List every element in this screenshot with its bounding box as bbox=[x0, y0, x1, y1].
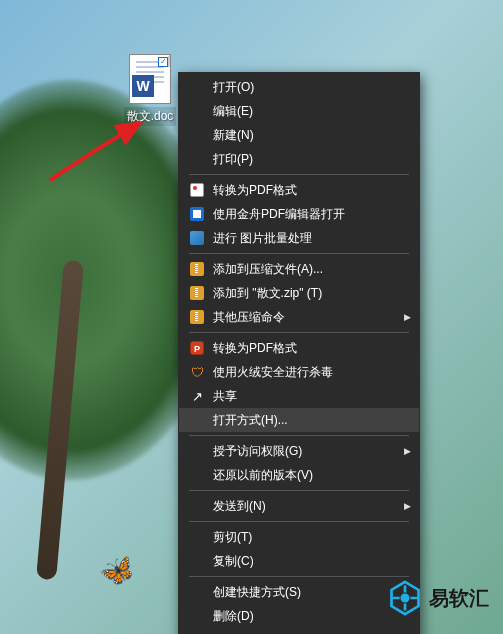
pdf-editor-icon bbox=[187, 206, 207, 222]
share-icon: ↗ bbox=[187, 388, 207, 404]
shield-icon: 🛡 bbox=[187, 364, 207, 380]
menu-item-label: 授予访问权限(G) bbox=[207, 445, 401, 457]
word-file-icon: ✓ W bbox=[129, 54, 171, 104]
menu-item-icon bbox=[187, 412, 207, 428]
image-batch-icon bbox=[187, 230, 207, 246]
powerpoint-icon: P bbox=[187, 340, 207, 356]
menu-item-icon bbox=[187, 498, 207, 514]
menu-item-icon bbox=[187, 467, 207, 483]
menu-item-label: 新建(N) bbox=[207, 129, 401, 141]
svg-point-0 bbox=[401, 594, 410, 603]
chevron-right-icon: ▶ bbox=[404, 501, 411, 511]
menu-item-icon bbox=[187, 103, 207, 119]
pdf-icon bbox=[187, 182, 207, 198]
menu-item-label: 剪切(T) bbox=[207, 531, 401, 543]
menu-item-icon bbox=[187, 79, 207, 95]
context-menu: 打开(O)编辑(E)新建(N)打印(P)转换为PDF格式使用金舟PDF编辑器打开… bbox=[178, 72, 420, 634]
menu-item[interactable]: 打印(P) bbox=[179, 147, 419, 171]
menu-item-label: 删除(D) bbox=[207, 610, 401, 622]
file-label: 散文.doc bbox=[124, 107, 177, 126]
menu-item-label: 创建快捷方式(S) bbox=[207, 586, 401, 598]
menu-item-icon bbox=[187, 608, 207, 624]
zip-icon bbox=[187, 309, 207, 325]
menu-item-icon bbox=[187, 443, 207, 459]
menu-item-label: 进行 图片批量处理 bbox=[207, 232, 401, 244]
menu-item[interactable]: 打开(O) bbox=[179, 75, 419, 99]
menu-item[interactable]: 重命名(M) bbox=[179, 628, 419, 634]
menu-item[interactable]: 使用金舟PDF编辑器打开 bbox=[179, 202, 419, 226]
menu-item-label: 使用火绒安全进行杀毒 bbox=[207, 366, 401, 378]
watermark-text: 易软汇 bbox=[429, 585, 489, 612]
watermark-logo-icon bbox=[387, 580, 423, 616]
menu-item-icon bbox=[187, 127, 207, 143]
menu-item[interactable]: 删除(D) bbox=[179, 604, 419, 628]
menu-separator bbox=[189, 576, 409, 577]
menu-separator bbox=[189, 253, 409, 254]
menu-item[interactable]: 授予访问权限(G)▶ bbox=[179, 439, 419, 463]
menu-item-icon bbox=[187, 529, 207, 545]
menu-item-icon bbox=[187, 151, 207, 167]
menu-item[interactable]: 新建(N) bbox=[179, 123, 419, 147]
menu-item[interactable]: 打开方式(H)... bbox=[179, 408, 419, 432]
chevron-right-icon: ▶ bbox=[404, 312, 411, 322]
zip-icon bbox=[187, 261, 207, 277]
menu-item-label: 还原以前的版本(V) bbox=[207, 469, 401, 481]
menu-separator bbox=[189, 435, 409, 436]
menu-item[interactable]: 添加到 "散文.zip" (T) bbox=[179, 281, 419, 305]
menu-item[interactable]: 🛡使用火绒安全进行杀毒 bbox=[179, 360, 419, 384]
menu-item[interactable]: 复制(C) bbox=[179, 549, 419, 573]
menu-item[interactable]: 还原以前的版本(V) bbox=[179, 463, 419, 487]
menu-item-icon bbox=[187, 584, 207, 600]
menu-item-label: 使用金舟PDF编辑器打开 bbox=[207, 208, 401, 220]
menu-separator bbox=[189, 490, 409, 491]
menu-item[interactable]: 添加到压缩文件(A)... bbox=[179, 257, 419, 281]
menu-item-label: 编辑(E) bbox=[207, 105, 401, 117]
menu-item-icon bbox=[187, 553, 207, 569]
menu-item[interactable]: 转换为PDF格式 bbox=[179, 178, 419, 202]
menu-item[interactable]: 剪切(T) bbox=[179, 525, 419, 549]
menu-item-label: 添加到压缩文件(A)... bbox=[207, 263, 401, 275]
menu-item[interactable]: 进行 图片批量处理 bbox=[179, 226, 419, 250]
menu-item[interactable]: 发送到(N)▶ bbox=[179, 494, 419, 518]
watermark: 易软汇 bbox=[387, 580, 489, 616]
desktop-file[interactable]: ✓ W 散文.doc bbox=[120, 54, 180, 126]
butterfly-decoration: 🦋 bbox=[95, 550, 139, 593]
menu-item-label: 打开(O) bbox=[207, 81, 401, 93]
menu-item-label: 转换为PDF格式 bbox=[207, 342, 401, 354]
chevron-right-icon: ▶ bbox=[404, 446, 411, 456]
menu-item-label: 添加到 "散文.zip" (T) bbox=[207, 287, 401, 299]
menu-separator bbox=[189, 174, 409, 175]
menu-item-label: 发送到(N) bbox=[207, 500, 401, 512]
menu-item-label: 打印(P) bbox=[207, 153, 401, 165]
menu-item-label: 其他压缩命令 bbox=[207, 311, 401, 323]
menu-item-label: 打开方式(H)... bbox=[207, 414, 401, 426]
zip-icon bbox=[187, 285, 207, 301]
menu-separator bbox=[189, 521, 409, 522]
menu-item[interactable]: 创建快捷方式(S) bbox=[179, 580, 419, 604]
menu-item-label: 复制(C) bbox=[207, 555, 401, 567]
menu-item[interactable]: 编辑(E) bbox=[179, 99, 419, 123]
menu-item-label: 转换为PDF格式 bbox=[207, 184, 401, 196]
menu-item[interactable]: 其他压缩命令▶ bbox=[179, 305, 419, 329]
menu-separator bbox=[189, 332, 409, 333]
menu-item[interactable]: P转换为PDF格式 bbox=[179, 336, 419, 360]
menu-item[interactable]: ↗共享 bbox=[179, 384, 419, 408]
menu-item-label: 共享 bbox=[207, 390, 401, 402]
